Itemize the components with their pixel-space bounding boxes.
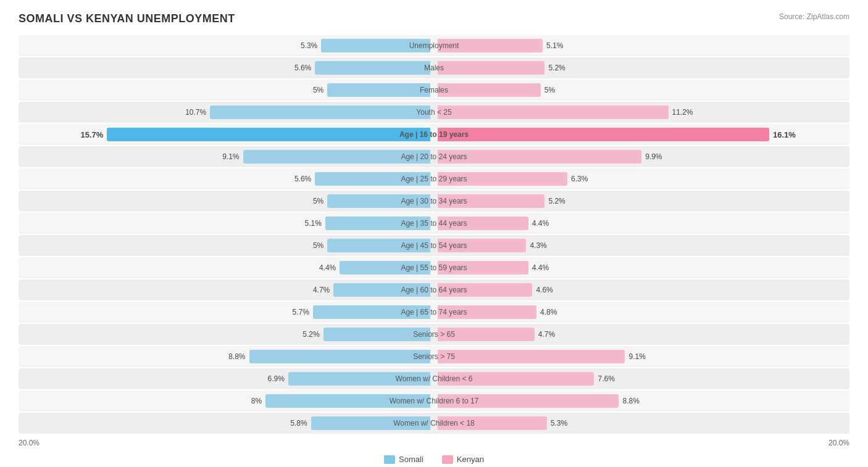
left-value: 15.7% — [81, 130, 104, 139]
left-section: 6.9% — [19, 372, 434, 386]
axis-left: 20.0% — [19, 439, 40, 447]
right-value: 9.9% — [645, 152, 662, 161]
right-value: 8.8% — [622, 397, 639, 405]
right-value: 5% — [545, 86, 555, 94]
left-value: 5.6% — [289, 175, 311, 183]
chart-row: 6.9% Women w/ Children < 6 7.6% — [19, 368, 849, 389]
right-value: 4.3% — [530, 241, 546, 250]
right-bar — [438, 328, 535, 341]
right-bar — [438, 83, 541, 97]
right-bar — [438, 150, 641, 163]
chart-row: 5.1% Age | 35 to 44 years 4.4% — [19, 213, 849, 234]
left-value: 8.8% — [223, 352, 246, 361]
left-section: 15.7% — [19, 128, 434, 141]
left-bar — [210, 105, 430, 119]
chart-row: 8.8% Seniors > 75 9.1% — [19, 346, 849, 367]
chart-row: 5.6% Age | 25 to 29 years 6.3% — [19, 168, 849, 189]
left-section: 4.7% — [19, 283, 434, 297]
left-section: 5.6% — [19, 61, 434, 75]
right-section: 4.6% — [434, 283, 849, 297]
left-bar — [313, 305, 430, 319]
right-section: 11.2% — [434, 105, 849, 119]
left-value: 5.6% — [289, 64, 311, 72]
right-section: 5.1% — [434, 39, 849, 52]
right-section: 5.2% — [434, 61, 849, 75]
left-section: 5.2% — [19, 328, 434, 341]
chart-title: SOMALI VS KENYAN UNEMPLOYMENT — [19, 12, 235, 25]
right-section: 4.8% — [434, 305, 849, 319]
right-bar — [438, 217, 528, 230]
left-value: 5.7% — [287, 308, 309, 316]
left-section: 5.3% — [19, 39, 434, 52]
legend: Somali Kenyan — [19, 455, 849, 464]
left-bar — [315, 61, 430, 75]
right-value: 11.2% — [672, 108, 693, 117]
left-section: 9.1% — [19, 150, 434, 163]
left-bar — [243, 150, 430, 163]
right-bar — [438, 283, 532, 297]
axis-row: 20.0% 20.0% — [19, 436, 849, 450]
left-value: 8% — [240, 397, 262, 405]
chart-row: 15.7% Age | 16 to 19 years 16.1% — [19, 124, 849, 145]
right-section: 4.7% — [434, 328, 849, 341]
right-section: 8.8% — [434, 394, 849, 408]
left-bar — [323, 328, 430, 341]
right-value: 5.2% — [548, 64, 565, 72]
right-section: 4.3% — [434, 239, 849, 252]
left-value: 5.1% — [299, 219, 322, 228]
right-value: 16.1% — [773, 130, 796, 139]
right-bar — [438, 39, 543, 52]
right-value: 5.2% — [548, 197, 565, 205]
left-value: 5% — [301, 197, 323, 205]
chart-row: 5% Age | 30 to 34 years 5.2% — [19, 191, 849, 212]
right-value: 4.4% — [532, 263, 549, 272]
left-value: 9.1% — [217, 152, 240, 161]
left-bar — [325, 217, 430, 230]
right-bar — [438, 239, 526, 252]
chart-row: 10.7% Youth < 25 11.2% — [19, 102, 849, 123]
chart-body: 5.3% Unemployment 5.1% 5.6% Males 5.2% 5… — [19, 35, 849, 434]
left-bar — [340, 261, 430, 275]
chart-source: Source: ZipAtlas.com — [779, 12, 849, 21]
right-section: 5% — [434, 83, 849, 97]
left-section: 5.8% — [19, 416, 434, 430]
axis-right: 20.0% — [828, 439, 849, 447]
right-section: 6.3% — [434, 172, 849, 186]
right-section: 4.4% — [434, 261, 849, 275]
right-section: 7.6% — [434, 372, 849, 386]
left-bar — [315, 172, 430, 186]
right-value: 6.3% — [571, 175, 588, 183]
legend-somali-box — [384, 455, 395, 464]
left-section: 5% — [19, 239, 434, 252]
chart-row: 5% Females 5% — [19, 80, 849, 101]
chart-row: 5% Age | 45 to 54 years 4.3% — [19, 235, 849, 256]
left-section: 5.6% — [19, 172, 434, 186]
right-section: 5.2% — [434, 194, 849, 208]
right-bar — [438, 128, 769, 141]
legend-somali: Somali — [384, 455, 424, 464]
left-value: 5% — [301, 86, 323, 94]
left-section: 5.1% — [19, 217, 434, 230]
left-value: 4.7% — [307, 286, 330, 294]
left-bar — [327, 194, 430, 208]
chart-row: 5.7% Age | 65 to 74 years 4.8% — [19, 302, 849, 323]
right-bar — [438, 350, 625, 363]
chart-row: 5.3% Unemployment 5.1% — [19, 35, 849, 56]
right-value: 4.8% — [540, 308, 557, 316]
right-bar — [438, 61, 545, 75]
left-value: 5% — [301, 241, 323, 250]
right-value: 4.7% — [538, 330, 555, 339]
chart-row: 4.4% Age | 55 to 59 years 4.4% — [19, 257, 849, 278]
left-value: 5.8% — [285, 419, 307, 428]
right-value: 7.6% — [598, 374, 614, 383]
left-value: 5.2% — [298, 330, 320, 339]
left-bar — [249, 350, 430, 363]
chart-row: 8% Women w/ Children 6 to 17 8.8% — [19, 391, 849, 411]
legend-somali-label: Somali — [399, 455, 424, 464]
right-bar — [438, 305, 536, 319]
legend-kenyan-label: Kenyan — [457, 455, 484, 464]
right-value: 5.1% — [546, 41, 563, 50]
right-bar — [438, 105, 669, 119]
chart-container: SOMALI VS KENYAN UNEMPLOYMENT Source: Zi… — [19, 12, 849, 464]
right-section: 4.4% — [434, 217, 849, 230]
